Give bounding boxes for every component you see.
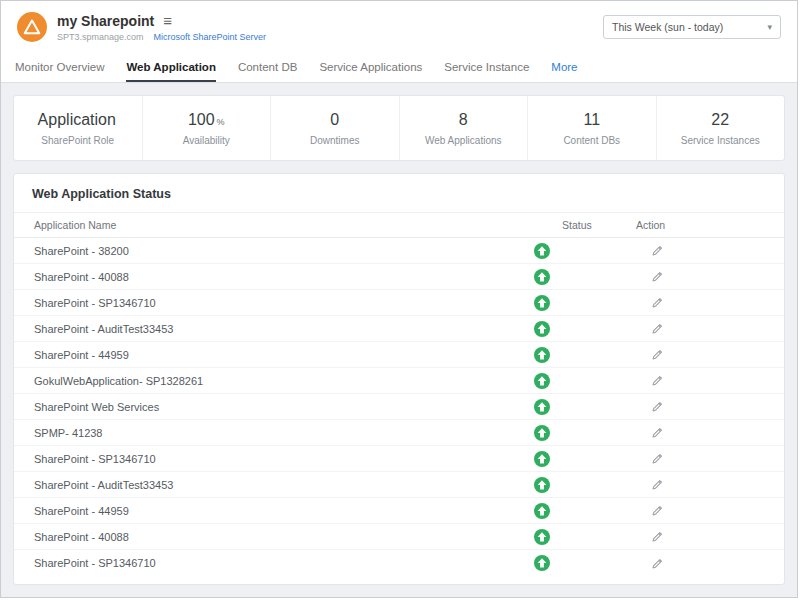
tabbar: Monitor Overview Web Application Content…	[1, 53, 797, 83]
stat-value: 11	[583, 111, 600, 128]
table-row[interactable]: SPMP- 41238	[14, 420, 784, 446]
application-name[interactable]: SharePoint - AuditTest33453	[34, 323, 522, 335]
table-body: SharePoint - 38200 SharePoint - 40088	[14, 238, 784, 576]
status-up-icon	[522, 321, 562, 337]
application-name[interactable]: SharePoint - 44959	[34, 349, 522, 361]
tab-content-db[interactable]: Content DB	[238, 53, 297, 82]
stat-sharepoint-role: Application SharePoint Role	[14, 96, 143, 160]
table-header-row: Application Name Status Action	[14, 212, 784, 238]
stat-label: Downtimes	[310, 135, 359, 146]
page-title: my Sharepoint	[57, 13, 154, 29]
tab-service-instance[interactable]: Service Instance	[444, 53, 529, 82]
edit-icon[interactable]	[636, 348, 678, 361]
chevron-down-icon: ▾	[767, 22, 772, 32]
server-type-link[interactable]: Microsoft SharePoint Server	[154, 32, 267, 42]
table-row[interactable]: SharePoint - SP1346710	[14, 446, 784, 472]
application-name[interactable]: SharePoint - SP1346710	[34, 453, 522, 465]
stat-label: Content DBs	[563, 135, 620, 146]
summary-stats-card: Application SharePoint Role 100% Availab…	[13, 95, 785, 161]
edit-icon[interactable]	[636, 478, 678, 491]
stat-availability: 100% Availability	[143, 96, 272, 160]
stat-service-instances: 22 Service Instances	[657, 96, 785, 160]
status-up-icon	[522, 477, 562, 493]
tab-web-application[interactable]: Web Application	[126, 53, 215, 82]
stat-value: 100	[188, 111, 215, 128]
content-area: Application SharePoint Role 100% Availab…	[1, 83, 797, 597]
table-row[interactable]: SharePoint - SP1346710	[14, 550, 784, 576]
application-name[interactable]: SharePoint - SP1346710	[34, 297, 522, 309]
tab-monitor-overview[interactable]: Monitor Overview	[15, 53, 104, 82]
title-block: my Sharepoint ≡ SPT3.spmanage.com Micros…	[57, 13, 266, 42]
status-up-icon	[522, 451, 562, 467]
table-title: Web Application Status	[14, 174, 784, 212]
stat-label: Availability	[183, 135, 230, 146]
edit-icon[interactable]	[636, 244, 678, 257]
edit-icon[interactable]	[636, 270, 678, 283]
edit-icon[interactable]	[636, 374, 678, 387]
application-name[interactable]: GokulWebApplication- SP1328261	[34, 375, 522, 387]
table-row[interactable]: SharePoint - 44959	[14, 342, 784, 368]
status-up-icon	[522, 555, 562, 571]
stat-label: Service Instances	[681, 135, 760, 146]
table-row[interactable]: SharePoint - SP1346710	[14, 290, 784, 316]
column-header-status: Status	[562, 219, 636, 231]
time-range-value: This Week (sun - today)	[612, 21, 723, 33]
stat-label: Web Applications	[425, 135, 502, 146]
status-up-icon	[522, 425, 562, 441]
monitor-warning-icon	[17, 12, 47, 42]
status-up-icon	[522, 347, 562, 363]
table-row[interactable]: SharePoint - AuditTest33453	[14, 316, 784, 342]
application-name[interactable]: SharePoint - 40088	[34, 531, 522, 543]
status-up-icon	[522, 243, 562, 259]
application-name[interactable]: SharePoint Web Services	[34, 401, 522, 413]
table-row[interactable]: SharePoint - 40088	[14, 524, 784, 550]
table-row[interactable]: SharePoint - AuditTest33453	[14, 472, 784, 498]
stat-value: 22	[711, 111, 729, 128]
stat-content-dbs: 11 Content DBs	[528, 96, 657, 160]
status-up-icon	[522, 399, 562, 415]
stat-suffix: %	[217, 117, 225, 127]
edit-icon[interactable]	[636, 322, 678, 335]
column-header-application-name: Application Name	[34, 219, 522, 231]
tab-more[interactable]: More	[551, 53, 577, 82]
application-name[interactable]: SharePoint - 44959	[34, 505, 522, 517]
status-up-icon	[522, 529, 562, 545]
edit-icon[interactable]	[636, 452, 678, 465]
edit-icon[interactable]	[636, 530, 678, 543]
header: my Sharepoint ≡ SPT3.spmanage.com Micros…	[1, 1, 797, 53]
stat-value: 8	[459, 111, 468, 128]
status-up-icon	[522, 269, 562, 285]
application-name[interactable]: SharePoint - 38200	[34, 245, 522, 257]
table-row[interactable]: GokulWebApplication- SP1328261	[14, 368, 784, 394]
stat-value: Application	[38, 111, 116, 128]
stat-label: SharePoint Role	[41, 135, 114, 146]
status-up-icon	[522, 373, 562, 389]
time-range-dropdown[interactable]: This Week (sun - today) ▾	[603, 15, 781, 39]
edit-icon[interactable]	[636, 426, 678, 439]
application-name[interactable]: SharePoint - SP1346710	[34, 557, 522, 569]
monitor-host: SPT3.spmanage.com	[57, 32, 144, 42]
web-application-status-card: Web Application Status Application Name …	[13, 173, 785, 585]
tab-service-applications[interactable]: Service Applications	[319, 53, 422, 82]
edit-icon[interactable]	[636, 557, 678, 570]
stat-web-applications: 8 Web Applications	[400, 96, 529, 160]
column-header-action: Action	[636, 219, 678, 231]
edit-icon[interactable]	[636, 504, 678, 517]
app-window: my Sharepoint ≡ SPT3.spmanage.com Micros…	[0, 0, 798, 598]
status-up-icon	[522, 503, 562, 519]
application-name[interactable]: SharePoint - AuditTest33453	[34, 479, 522, 491]
table-row[interactable]: SharePoint Web Services	[14, 394, 784, 420]
stat-downtimes: 0 Downtimes	[271, 96, 400, 160]
application-name[interactable]: SharePoint - 40088	[34, 271, 522, 283]
edit-icon[interactable]	[636, 400, 678, 413]
table-row[interactable]: SharePoint - 38200	[14, 238, 784, 264]
hamburger-menu-icon[interactable]: ≡	[163, 13, 172, 28]
edit-icon[interactable]	[636, 296, 678, 309]
stat-value: 0	[330, 111, 339, 128]
application-name[interactable]: SPMP- 41238	[34, 427, 522, 439]
status-up-icon	[522, 295, 562, 311]
table-row[interactable]: SharePoint - 40088	[14, 264, 784, 290]
table-row[interactable]: SharePoint - 44959	[14, 498, 784, 524]
